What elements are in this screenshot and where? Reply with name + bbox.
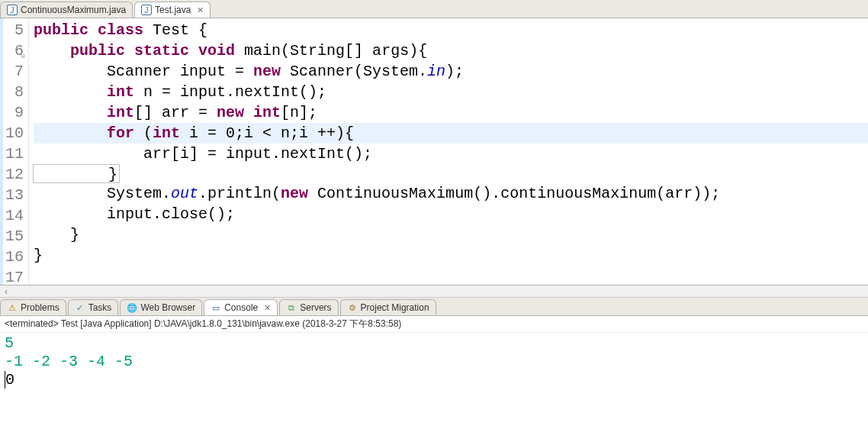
close-icon[interactable]: ✕ — [264, 303, 271, 313]
code-line[interactable]: int[] arr = new int[n]; — [34, 102, 868, 123]
code-editor[interactable]: 567891011121314151617 public class Test … — [0, 18, 868, 285]
code-body[interactable]: public class Test { public static void m… — [29, 18, 868, 285]
editor-tab-label: Test.java — [155, 5, 191, 15]
code-line[interactable]: } — [34, 245, 868, 266]
bottom-panel-tab-bar: ⚠Problems✓Tasks🌐Web Browser▭Console✕⧉Ser… — [0, 298, 868, 316]
panel-tab-label: Web Browser — [140, 302, 195, 313]
code-line[interactable]: input.close(); — [34, 204, 868, 224]
panel-tab-web-browser[interactable]: 🌐Web Browser — [120, 299, 202, 315]
line-number: 5 — [0, 20, 24, 40]
panel-tab-label: Tasks — [88, 302, 112, 313]
panel-tab-servers[interactable]: ⧉Servers — [279, 299, 338, 315]
problems-icon: ⚠ — [7, 302, 18, 313]
code-line[interactable] — [34, 266, 868, 285]
code-line[interactable]: } — [33, 164, 120, 183]
line-number: 14 — [0, 205, 24, 226]
panel-tab-label: Console — [224, 302, 258, 313]
console-icon: ▭ — [211, 302, 221, 313]
line-number: 16 — [0, 247, 24, 267]
line-number: 11 — [0, 144, 24, 164]
panel-tab-tasks[interactable]: ✓Tasks — [68, 299, 119, 315]
line-number: 15 — [0, 226, 24, 247]
panel-tab-problems[interactable]: ⚠Problems — [0, 299, 66, 315]
code-line[interactable]: public static void main(String[] args){ — [34, 40, 868, 61]
line-number-gutter: 567891011121314151617 — [0, 18, 29, 285]
console-input-line: 5 — [5, 334, 863, 353]
code-line[interactable]: arr[i] = input.nextInt(); — [34, 144, 868, 164]
line-number: 7 — [0, 61, 24, 82]
horizontal-scroll-left-icon[interactable]: ‹ — [0, 285, 868, 298]
editor-tab-continuousmaximum-java[interactable]: JContinuousMaximum.java — [0, 2, 133, 18]
line-number: 12 — [0, 164, 24, 185]
code-line[interactable]: for (int i = 0;i < n;i ++){ — [34, 123, 868, 144]
console-status-line: <terminated> Test [Java Application] D:\… — [0, 316, 868, 333]
line-number: 10 — [0, 123, 24, 144]
code-line[interactable]: } — [34, 224, 868, 245]
code-line[interactable]: int n = input.nextInt(); — [34, 82, 868, 102]
console-output-line: 0 — [5, 371, 863, 389]
code-line[interactable]: Scanner input = new Scanner(System.in); — [34, 61, 868, 82]
panel-tab-label: Servers — [300, 302, 331, 313]
line-number: 13 — [0, 185, 24, 205]
editor-tab-test-java[interactable]: JTest.java✕ — [134, 2, 211, 18]
line-number: 17 — [0, 267, 24, 285]
line-number: 9 — [0, 102, 24, 123]
line-number: 6 — [0, 40, 24, 61]
tasks-icon: ✓ — [75, 302, 85, 313]
panel-tab-label: Project Migration — [361, 302, 429, 313]
editor-tab-bar: JContinuousMaximum.javaJTest.java✕ — [0, 0, 868, 18]
panel-tab-project-migration[interactable]: ⚙Project Migration — [340, 299, 436, 315]
line-number: 8 — [0, 82, 24, 102]
web-browser-icon: 🌐 — [127, 302, 137, 313]
panel-tab-label: Problems — [21, 302, 59, 313]
console-input-line: -1 -2 -3 -4 -5 — [5, 353, 863, 371]
panel-tab-console[interactable]: ▭Console✕ — [204, 299, 278, 315]
servers-icon: ⧉ — [286, 302, 297, 313]
java-file-icon: J — [7, 5, 18, 15]
editor-tab-label: ContinuousMaximum.java — [21, 5, 126, 15]
code-line[interactable]: System.out.println(new ContinuousMaximum… — [34, 183, 868, 204]
project-migration-icon: ⚙ — [347, 302, 358, 313]
close-icon[interactable]: ✕ — [197, 5, 204, 15]
console-output[interactable]: 5-1 -2 -3 -4 -50 — [0, 333, 868, 429]
code-line[interactable]: public class Test { — [34, 20, 868, 40]
java-file-icon: J — [141, 5, 152, 15]
